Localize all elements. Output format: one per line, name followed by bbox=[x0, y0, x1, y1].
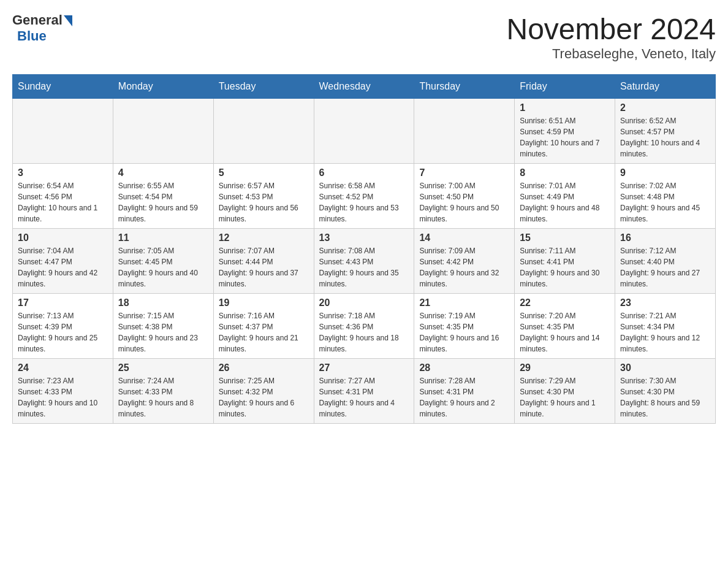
day-number: 13 bbox=[319, 232, 409, 243]
calendar-day-cell: 10Sunrise: 7:04 AM Sunset: 4:47 PM Dayli… bbox=[13, 229, 113, 294]
logo-arrow-icon bbox=[64, 15, 72, 26]
day-number: 5 bbox=[219, 167, 309, 178]
day-number: 24 bbox=[18, 362, 108, 373]
day-number: 12 bbox=[219, 232, 309, 243]
calendar-day-cell: 12Sunrise: 7:07 AM Sunset: 4:44 PM Dayli… bbox=[213, 229, 314, 294]
day-number: 23 bbox=[620, 297, 710, 308]
weekday-header: Tuesday bbox=[213, 75, 314, 99]
day-info: Sunrise: 7:30 AM Sunset: 4:30 PM Dayligh… bbox=[620, 375, 710, 419]
calendar-table: SundayMondayTuesdayWednesdayThursdayFrid… bbox=[12, 74, 716, 424]
calendar-day-cell: 9Sunrise: 7:02 AM Sunset: 4:48 PM Daylig… bbox=[615, 164, 716, 229]
calendar-day-cell bbox=[314, 99, 414, 164]
day-info: Sunrise: 7:24 AM Sunset: 4:33 PM Dayligh… bbox=[118, 375, 208, 419]
day-number: 3 bbox=[18, 167, 108, 178]
calendar-day-cell: 23Sunrise: 7:21 AM Sunset: 4:34 PM Dayli… bbox=[615, 294, 716, 359]
calendar-day-cell bbox=[414, 99, 515, 164]
weekday-header: Sunday bbox=[13, 75, 113, 99]
calendar-day-cell: 4Sunrise: 6:55 AM Sunset: 4:54 PM Daylig… bbox=[113, 164, 213, 229]
day-info: Sunrise: 7:11 AM Sunset: 4:41 PM Dayligh… bbox=[520, 245, 610, 289]
calendar-week-row: 17Sunrise: 7:13 AM Sunset: 4:39 PM Dayli… bbox=[13, 294, 716, 359]
day-number: 7 bbox=[419, 167, 509, 178]
weekday-header: Saturday bbox=[615, 75, 716, 99]
day-info: Sunrise: 7:13 AM Sunset: 4:39 PM Dayligh… bbox=[18, 310, 108, 354]
day-info: Sunrise: 7:08 AM Sunset: 4:43 PM Dayligh… bbox=[319, 245, 409, 289]
calendar-day-cell: 15Sunrise: 7:11 AM Sunset: 4:41 PM Dayli… bbox=[515, 229, 615, 294]
day-number: 30 bbox=[620, 362, 710, 373]
day-info: Sunrise: 6:52 AM Sunset: 4:57 PM Dayligh… bbox=[620, 115, 710, 159]
day-info: Sunrise: 7:00 AM Sunset: 4:50 PM Dayligh… bbox=[419, 180, 509, 224]
day-info: Sunrise: 6:57 AM Sunset: 4:53 PM Dayligh… bbox=[219, 180, 309, 224]
weekday-header: Friday bbox=[515, 75, 615, 99]
day-info: Sunrise: 7:23 AM Sunset: 4:33 PM Dayligh… bbox=[18, 375, 108, 419]
calendar-day-cell: 17Sunrise: 7:13 AM Sunset: 4:39 PM Dayli… bbox=[13, 294, 113, 359]
day-info: Sunrise: 7:15 AM Sunset: 4:38 PM Dayligh… bbox=[118, 310, 208, 354]
calendar-day-cell: 27Sunrise: 7:27 AM Sunset: 4:31 PM Dayli… bbox=[314, 359, 414, 424]
day-info: Sunrise: 7:05 AM Sunset: 4:45 PM Dayligh… bbox=[118, 245, 208, 289]
day-info: Sunrise: 7:18 AM Sunset: 4:36 PM Dayligh… bbox=[319, 310, 409, 354]
calendar-day-cell: 13Sunrise: 7:08 AM Sunset: 4:43 PM Dayli… bbox=[314, 229, 414, 294]
day-info: Sunrise: 7:07 AM Sunset: 4:44 PM Dayligh… bbox=[219, 245, 309, 289]
day-number: 1 bbox=[520, 102, 610, 113]
day-number: 4 bbox=[118, 167, 208, 178]
weekday-header: Wednesday bbox=[314, 75, 414, 99]
day-number: 9 bbox=[620, 167, 710, 178]
calendar-day-cell: 8Sunrise: 7:01 AM Sunset: 4:49 PM Daylig… bbox=[515, 164, 615, 229]
day-info: Sunrise: 6:55 AM Sunset: 4:54 PM Dayligh… bbox=[118, 180, 208, 224]
logo-blue-text: Blue bbox=[17, 28, 47, 44]
calendar-day-cell: 2Sunrise: 6:52 AM Sunset: 4:57 PM Daylig… bbox=[615, 99, 716, 164]
calendar-header-row: SundayMondayTuesdayWednesdayThursdayFrid… bbox=[13, 75, 716, 99]
location-title: Trebaseleghe, Veneto, Italy bbox=[506, 46, 716, 62]
calendar-day-cell: 26Sunrise: 7:25 AM Sunset: 4:32 PM Dayli… bbox=[213, 359, 314, 424]
weekday-header: Monday bbox=[113, 75, 213, 99]
calendar-day-cell: 24Sunrise: 7:23 AM Sunset: 4:33 PM Dayli… bbox=[13, 359, 113, 424]
day-number: 25 bbox=[118, 362, 208, 373]
calendar-day-cell: 14Sunrise: 7:09 AM Sunset: 4:42 PM Dayli… bbox=[414, 229, 515, 294]
day-info: Sunrise: 7:27 AM Sunset: 4:31 PM Dayligh… bbox=[319, 375, 409, 419]
calendar-day-cell: 29Sunrise: 7:29 AM Sunset: 4:30 PM Dayli… bbox=[515, 359, 615, 424]
day-info: Sunrise: 7:09 AM Sunset: 4:42 PM Dayligh… bbox=[419, 245, 509, 289]
logo: General Blue bbox=[12, 12, 72, 44]
day-number: 17 bbox=[18, 297, 108, 308]
calendar-day-cell: 19Sunrise: 7:16 AM Sunset: 4:37 PM Dayli… bbox=[213, 294, 314, 359]
day-info: Sunrise: 7:20 AM Sunset: 4:35 PM Dayligh… bbox=[520, 310, 610, 354]
day-info: Sunrise: 7:01 AM Sunset: 4:49 PM Dayligh… bbox=[520, 180, 610, 224]
calendar-day-cell: 11Sunrise: 7:05 AM Sunset: 4:45 PM Dayli… bbox=[113, 229, 213, 294]
day-info: Sunrise: 7:16 AM Sunset: 4:37 PM Dayligh… bbox=[219, 310, 309, 354]
day-info: Sunrise: 7:02 AM Sunset: 4:48 PM Dayligh… bbox=[620, 180, 710, 224]
day-number: 19 bbox=[219, 297, 309, 308]
day-info: Sunrise: 7:12 AM Sunset: 4:40 PM Dayligh… bbox=[620, 245, 710, 289]
day-number: 14 bbox=[419, 232, 509, 243]
day-number: 15 bbox=[520, 232, 610, 243]
calendar-day-cell: 20Sunrise: 7:18 AM Sunset: 4:36 PM Dayli… bbox=[314, 294, 414, 359]
day-number: 11 bbox=[118, 232, 208, 243]
day-info: Sunrise: 7:19 AM Sunset: 4:35 PM Dayligh… bbox=[419, 310, 509, 354]
calendar-day-cell: 16Sunrise: 7:12 AM Sunset: 4:40 PM Dayli… bbox=[615, 229, 716, 294]
day-info: Sunrise: 7:25 AM Sunset: 4:32 PM Dayligh… bbox=[219, 375, 309, 419]
calendar-day-cell bbox=[213, 99, 314, 164]
day-info: Sunrise: 6:54 AM Sunset: 4:56 PM Dayligh… bbox=[18, 180, 108, 224]
page-header: General Blue November 2024 Trebaseleghe,… bbox=[12, 12, 716, 62]
day-number: 28 bbox=[419, 362, 509, 373]
calendar-day-cell: 3Sunrise: 6:54 AM Sunset: 4:56 PM Daylig… bbox=[13, 164, 113, 229]
day-info: Sunrise: 6:51 AM Sunset: 4:59 PM Dayligh… bbox=[520, 115, 610, 159]
day-number: 2 bbox=[620, 102, 710, 113]
day-number: 29 bbox=[520, 362, 610, 373]
calendar-day-cell bbox=[13, 99, 113, 164]
day-info: Sunrise: 6:58 AM Sunset: 4:52 PM Dayligh… bbox=[319, 180, 409, 224]
day-number: 18 bbox=[118, 297, 208, 308]
calendar-day-cell: 30Sunrise: 7:30 AM Sunset: 4:30 PM Dayli… bbox=[615, 359, 716, 424]
calendar-day-cell: 6Sunrise: 6:58 AM Sunset: 4:52 PM Daylig… bbox=[314, 164, 414, 229]
calendar-day-cell: 7Sunrise: 7:00 AM Sunset: 4:50 PM Daylig… bbox=[414, 164, 515, 229]
calendar-day-cell: 25Sunrise: 7:24 AM Sunset: 4:33 PM Dayli… bbox=[113, 359, 213, 424]
day-info: Sunrise: 7:04 AM Sunset: 4:47 PM Dayligh… bbox=[18, 245, 108, 289]
day-info: Sunrise: 7:28 AM Sunset: 4:31 PM Dayligh… bbox=[419, 375, 509, 419]
day-number: 6 bbox=[319, 167, 409, 178]
day-number: 21 bbox=[419, 297, 509, 308]
weekday-header: Thursday bbox=[414, 75, 515, 99]
calendar-day-cell: 5Sunrise: 6:57 AM Sunset: 4:53 PM Daylig… bbox=[213, 164, 314, 229]
calendar-week-row: 10Sunrise: 7:04 AM Sunset: 4:47 PM Dayli… bbox=[13, 229, 716, 294]
logo-general-text: General bbox=[12, 12, 63, 28]
calendar-week-row: 24Sunrise: 7:23 AM Sunset: 4:33 PM Dayli… bbox=[13, 359, 716, 424]
calendar-day-cell: 18Sunrise: 7:15 AM Sunset: 4:38 PM Dayli… bbox=[113, 294, 213, 359]
day-number: 8 bbox=[520, 167, 610, 178]
